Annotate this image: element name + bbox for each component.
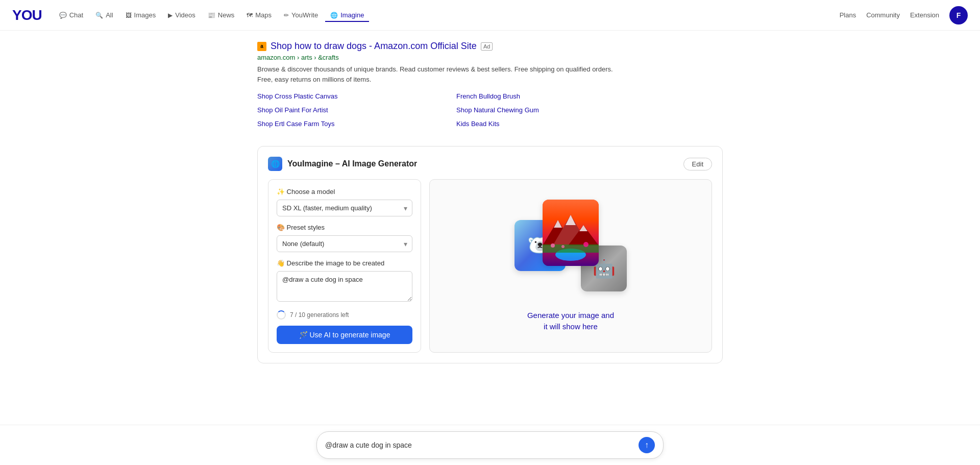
ad-header: a Shop how to draw dogs - Amazon.com Off… [257, 41, 723, 52]
svg-point-11 [561, 245, 565, 248]
ad-description: Browse & discover thousands of unique br… [257, 64, 615, 84]
ad-link-2[interactable]: Shop Oil Paint For Artist [257, 104, 415, 116]
ad-title[interactable]: Shop how to draw dogs - Amazon.com Offic… [271, 41, 477, 52]
imagine-body: ✨ Choose a model SD XL (faster, medium q… [268, 179, 712, 353]
maps-icon: 🗺 [247, 12, 253, 19]
images-icon: 🖼 [126, 12, 132, 19]
nav-item-imagine[interactable]: 🌐 Imagine [325, 8, 369, 22]
svg-point-9 [551, 243, 555, 248]
svg-point-10 [583, 242, 589, 247]
imagine-left-panel: ✨ Choose a model SD XL (faster, medium q… [268, 179, 421, 353]
ad-link-3[interactable]: Shop Natural Chewing Gum [456, 104, 615, 116]
main-content: a Shop how to draw dogs - Amazon.com Off… [245, 31, 735, 384]
nav-label-youwrite: YouWrite [291, 11, 318, 19]
ad-url: amazon.com › arts › &crafts [257, 54, 723, 61]
chat-icon: 💬 [59, 12, 67, 19]
model-section: ✨ Choose a model SD XL (faster, medium q… [277, 188, 412, 216]
imagine-title-row: 🌐 YouImagine – AI Image Generator [268, 157, 417, 171]
imagine-title: YouImagine – AI Image Generator [287, 159, 417, 168]
mountain-svg [543, 200, 599, 266]
style-select-wrapper: None (default) [277, 235, 412, 252]
nav-item-all[interactable]: 🔍 All [90, 8, 118, 22]
edit-button[interactable]: Edit [683, 158, 712, 170]
nav-label-imagine: Imagine [340, 11, 364, 19]
nav-label-maps: Maps [255, 11, 272, 19]
all-icon: 🔍 [95, 12, 103, 19]
generations-info: 7 / 10 generations left [277, 310, 412, 320]
generate-prompt-link[interactable]: Generate your image andit will show here [527, 310, 614, 333]
imagine-right-panel: 🐻‍❄️ [429, 179, 712, 353]
describe-label: 👋 Describe the image to be created [277, 259, 412, 267]
extension-link[interactable]: Extension [910, 11, 939, 19]
model-select-wrapper: SD XL (faster, medium quality) [277, 200, 412, 216]
nav-item-maps[interactable]: 🗺 Maps [241, 8, 277, 22]
youwrite-icon: ✏ [284, 12, 289, 19]
header: YOU 💬 Chat 🔍 All 🖼 Images ▶ Videos 📰 New… [0, 0, 980, 31]
nav-item-videos[interactable]: ▶ Videos [163, 8, 201, 22]
nav-label-all: All [106, 11, 113, 19]
imagine-icon: 🌐 [330, 12, 338, 19]
nav-label-chat: Chat [69, 11, 83, 19]
ad-link-4[interactable]: Shop Ertl Case Farm Toys [257, 118, 415, 130]
plans-link[interactable]: Plans [840, 11, 856, 19]
generate-button[interactable]: 🪄 Use AI to generate image [277, 326, 412, 344]
imagine-section: 🌐 YouImagine – AI Image Generator Edit ✨… [257, 146, 723, 363]
imagine-section-header: 🌐 YouImagine – AI Image Generator Edit [268, 157, 712, 171]
ad-link-1[interactable]: French Bulldog Brush [456, 90, 615, 102]
style-section: 🎨 Preset styles None (default) [277, 224, 412, 252]
avatar[interactable]: F [949, 6, 968, 25]
ad-link-0[interactable]: Shop Cross Plastic Canvas [257, 90, 415, 102]
model-label: ✨ Choose a model [277, 188, 412, 195]
spinner-icon [277, 310, 286, 320]
amazon-icon: a [257, 42, 266, 51]
style-label: 🎨 Preset styles [277, 224, 412, 231]
nav-label-videos: Videos [175, 11, 195, 19]
nav-item-news[interactable]: 📰 News [203, 8, 240, 22]
model-select[interactable]: SD XL (faster, medium quality) [277, 200, 412, 216]
ad-section: a Shop how to draw dogs - Amazon.com Off… [257, 41, 723, 130]
generations-text: 7 / 10 generations left [290, 311, 349, 319]
nav-label-news: News [218, 11, 235, 19]
videos-icon: ▶ [168, 12, 173, 19]
community-link[interactable]: Community [866, 11, 900, 19]
ad-link-5[interactable]: Kids Bead Kits [456, 118, 615, 130]
describe-section: 👋 Describe the image to be created [277, 259, 412, 303]
nav: 💬 Chat 🔍 All 🖼 Images ▶ Videos 📰 News 🗺 … [54, 8, 840, 22]
news-icon: 📰 [208, 12, 215, 19]
preview-image-2 [543, 200, 599, 266]
ad-badge: Ad [481, 42, 493, 51]
ad-links: Shop Cross Plastic Canvas French Bulldog… [257, 90, 615, 130]
describe-textarea[interactable] [277, 271, 412, 302]
image-preview: 🐻‍❄️ [514, 200, 627, 302]
header-right: Plans Community Extension F [840, 6, 968, 25]
logo[interactable]: YOU [12, 7, 42, 23]
nav-item-chat[interactable]: 💬 Chat [54, 8, 88, 22]
style-select[interactable]: None (default) [277, 235, 412, 252]
youimagine-icon: 🌐 [268, 157, 282, 171]
nav-item-youwrite[interactable]: ✏ YouWrite [279, 8, 323, 22]
nav-item-images[interactable]: 🖼 Images [120, 8, 161, 22]
generate-prompt-text: Generate your image andit will show here [527, 311, 614, 331]
nav-label-images: Images [134, 11, 156, 19]
